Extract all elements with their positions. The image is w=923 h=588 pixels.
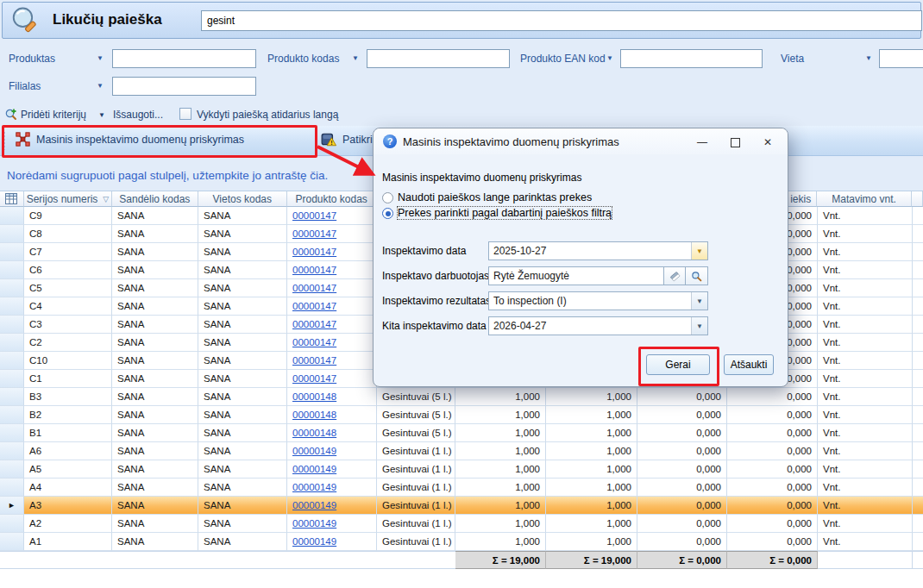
minimize-button[interactable]: — xyxy=(689,134,715,151)
col-header-vietos-kodas[interactable]: Vietos kodas xyxy=(198,191,287,207)
product-code-link[interactable]: 00000147 xyxy=(292,355,336,366)
table-row[interactable]: B3SANASANA00000148Gesintuvai (5 l.)1,000… xyxy=(0,388,923,406)
row-selector[interactable] xyxy=(0,388,24,406)
row-selector[interactable] xyxy=(0,207,24,225)
product-code-link[interactable]: 00000149 xyxy=(292,482,336,492)
chevron-down-icon[interactable]: ▼ xyxy=(865,54,872,62)
clear-button[interactable] xyxy=(663,267,686,285)
product-code-link[interactable]: 00000149 xyxy=(292,518,336,529)
product-code-link[interactable]: 00000147 xyxy=(292,283,336,293)
save-search-button[interactable]: Išsaugoti... xyxy=(113,109,163,121)
cell-product-code: 00000147 xyxy=(287,225,377,243)
row-selector[interactable] xyxy=(0,225,24,243)
cell-serial: C4 xyxy=(24,297,112,316)
row-selector[interactable] xyxy=(0,442,24,460)
produkto-kodas-input[interactable] xyxy=(367,49,510,68)
table-row[interactable]: A6SANASANA00000149Gesintuvai (1 l.)1,000… xyxy=(0,442,923,460)
cell-product-code: 00000147 xyxy=(287,261,377,279)
table-row[interactable]: A5SANASANA00000149Gesintuvai (1 l.)1,000… xyxy=(0,460,923,479)
chevron-down-icon[interactable]: ▼ xyxy=(352,54,359,62)
product-code-link[interactable]: 00000148 xyxy=(292,410,336,420)
grid-corner-cell[interactable] xyxy=(0,191,24,207)
product-code-link[interactable]: 00000149 xyxy=(292,464,336,474)
table-row[interactable]: B1SANASANA00000148Gesintuvai (5 l.)1,000… xyxy=(0,424,923,442)
filialas-input[interactable] xyxy=(112,77,256,96)
product-code-link[interactable]: 00000147 xyxy=(292,265,336,275)
col-header-produkto-kodas[interactable]: Produkto kodas xyxy=(287,191,377,207)
chevron-down-icon[interactable]: ▼ xyxy=(98,111,105,119)
product-code-link[interactable]: 00000147 xyxy=(292,319,336,329)
row-selector[interactable] xyxy=(0,279,24,297)
cell-qty-1: 1,000 xyxy=(455,388,546,406)
table-row[interactable]: A1SANASANA00000149Gesintuvai (1 l.)1,000… xyxy=(0,533,923,551)
cell-location: SANA xyxy=(198,352,287,370)
maximize-button[interactable] xyxy=(722,134,748,151)
likuciu-paieska-window: Likučių paieška Produktas ▼ Produkto kod… xyxy=(0,0,923,588)
cell-empty xyxy=(913,225,923,243)
row-selector[interactable] xyxy=(0,370,24,388)
table-row[interactable]: A2SANASANA00000149Gesintuvai (1 l.)1,000… xyxy=(0,515,923,533)
row-selector[interactable] xyxy=(0,261,24,279)
product-code-link[interactable]: 00000147 xyxy=(292,247,336,257)
produktas-input[interactable] xyxy=(112,49,256,68)
col-header-sandelio-kodas[interactable]: Sandėlio kodas xyxy=(112,191,198,207)
filter-icon[interactable]: ▽ xyxy=(103,195,109,203)
inspector-field[interactable]: Rytė Žemuogytė xyxy=(488,266,708,285)
cancel-button[interactable]: Atšaukti xyxy=(724,354,774,375)
run-on-open-checkbox[interactable] xyxy=(179,108,192,120)
cell-empty xyxy=(913,460,923,479)
product-code-link[interactable]: 00000147 xyxy=(292,301,336,311)
table-row[interactable]: ►A3SANASANA00000149Gesintuvai (1 l.)1,00… xyxy=(0,497,923,515)
product-code-link[interactable]: 00000148 xyxy=(292,391,336,402)
product-code-link[interactable]: 00000147 xyxy=(292,337,336,347)
row-selector[interactable] xyxy=(0,533,24,551)
row-selector[interactable] xyxy=(0,297,24,316)
row-selector[interactable]: ► xyxy=(0,497,24,515)
radio-use-filter-label[interactable]: Prekes parinkti pagal dabartinį paieškos… xyxy=(398,207,612,219)
chevron-down-icon[interactable]: ▼ xyxy=(691,292,707,310)
inspection-date-field[interactable]: 2025-10-27 ▼ xyxy=(488,241,708,260)
table-icon xyxy=(5,193,17,204)
inspection-result-field[interactable]: To inspection (I) ▼ xyxy=(488,291,708,310)
chevron-down-icon[interactable]: ▼ xyxy=(691,242,707,260)
col-header-matavimo-vnt[interactable]: Matavimo vnt. xyxy=(817,191,912,207)
product-code-link[interactable]: 00000149 xyxy=(292,500,336,510)
cell-empty xyxy=(913,297,923,316)
chevron-down-icon[interactable]: ▼ xyxy=(606,54,613,62)
next-inspection-date-field[interactable]: 2026-04-27 ▼ xyxy=(488,316,708,335)
row-selector[interactable] xyxy=(0,334,24,352)
product-code-link[interactable]: 00000148 xyxy=(292,428,336,438)
row-selector[interactable] xyxy=(0,316,24,334)
chevron-down-icon[interactable]: ▼ xyxy=(691,317,707,335)
radio-use-selected-label[interactable]: Naudoti paieškos lange parinktas prekes xyxy=(398,191,592,203)
row-selector[interactable] xyxy=(0,352,24,370)
maximize-icon xyxy=(731,138,740,147)
cell-product: Gesintuvai (5 l.) xyxy=(377,406,455,424)
row-selector[interactable] xyxy=(0,243,24,261)
product-code-link[interactable]: 00000147 xyxy=(292,228,336,239)
cell-empty xyxy=(913,479,923,497)
product-code-link[interactable]: 00000149 xyxy=(292,536,336,547)
table-row[interactable]: B2SANASANA00000148Gesintuvai (5 l.)1,000… xyxy=(0,406,923,424)
chevron-down-icon[interactable]: ▼ xyxy=(97,82,104,90)
cell-empty xyxy=(913,388,923,406)
close-icon[interactable]: ✕ xyxy=(755,134,781,151)
row-selector[interactable] xyxy=(0,406,24,424)
row-selector[interactable] xyxy=(0,479,24,497)
chevron-down-icon[interactable]: ▼ xyxy=(97,54,104,62)
product-code-link[interactable]: 00000149 xyxy=(292,446,336,456)
lookup-button[interactable] xyxy=(685,267,707,285)
radio-use-filter[interactable] xyxy=(382,208,393,219)
produkto-ean-input[interactable] xyxy=(620,49,763,68)
col-header-serijos-numeris[interactable]: Serijos numeris ▽ xyxy=(24,191,112,207)
product-code-link[interactable]: 00000147 xyxy=(292,373,336,384)
vieta-input[interactable] xyxy=(879,49,923,68)
add-criteria-button[interactable]: Pridėti kriterijų xyxy=(21,109,86,121)
row-selector[interactable] xyxy=(0,460,24,479)
product-code-link[interactable]: 00000147 xyxy=(292,210,336,221)
radio-use-selected-items[interactable] xyxy=(382,192,393,203)
table-row[interactable]: A4SANASANA00000149Gesintuvai (1 l.)1,000… xyxy=(0,479,923,497)
row-selector[interactable] xyxy=(0,515,24,533)
row-selector[interactable] xyxy=(0,424,24,442)
search-input[interactable] xyxy=(201,10,922,31)
